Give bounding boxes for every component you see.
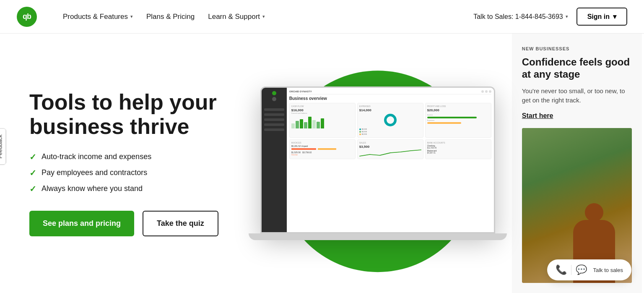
expenses-donut [384, 114, 397, 126]
nav-products-features[interactable]: Products & Features ▾ [58, 9, 138, 24]
sales-card: SALES $3,500 [357, 139, 423, 159]
nav-learn-support[interactable]: Learn & Support ▾ [203, 9, 270, 24]
expenses-legend: $6,500 $3,250 $2,250 [359, 128, 421, 135]
talk-to-sales-label: Talk to sales [593, 267, 623, 273]
laptop-base [249, 233, 507, 240]
invoices-label: INVOICES [291, 141, 353, 144]
checkmark-icon: ✓ [29, 184, 36, 194]
logo-text: qb [23, 12, 31, 21]
dashboard-sidebar [262, 88, 287, 232]
nav-links: Products & Features ▾ Plans & Pricing Le… [58, 9, 473, 24]
divider [571, 265, 571, 275]
hero-center: ORCHID DYNASTY Business overview [244, 34, 512, 293]
chat-icon: 💬 [576, 264, 587, 275]
dashboard-title: Business overview [289, 96, 491, 101]
sidebar-item [264, 123, 284, 126]
take-quiz-button[interactable]: Take the quiz [143, 211, 218, 236]
laptop-mockup: ORCHID DYNASTY Business overview [260, 86, 495, 240]
chevron-down-icon: ▾ [613, 13, 616, 21]
cashflow-label: CASH FLOW [291, 105, 353, 107]
feature-item: ✓ Auto-track income and expenses [29, 152, 218, 162]
hero-section: Tools to help your business thrive ✓ Aut… [0, 34, 644, 293]
panel-tag: NEW BUSINESSES [522, 46, 632, 51]
dashboard-cards: CASH FLOW $16,000 Current cash balance [289, 103, 491, 138]
feature-item: ✓ Always know where you stand [29, 184, 218, 194]
hero-left: Tools to help your business thrive ✓ Aut… [0, 65, 244, 261]
pl-card: PROFIT AND LOSS $20,000 Income Expenses [425, 103, 491, 138]
nav-plans-pricing[interactable]: Plans & Pricing [141, 9, 200, 24]
invoices-card: INVOICES $5,281.52 Unpaid $1,525.50 $3,7… [289, 139, 356, 159]
invoices-data: $5,281.52 Unpaid $1,525.50 $3,756.02 Ove… [291, 145, 353, 156]
sidebar-item [264, 108, 284, 111]
sidebar-icon [272, 91, 276, 95]
nav-right: Talk to Sales: 1-844-845-3693 ▾ Sign in … [473, 8, 627, 26]
expenses-card: EXPENSES $14,000 $6,500 $3,250 $2,250 [357, 103, 423, 138]
sidebar-item [264, 113, 284, 116]
dashboard-main: ORCHID DYNASTY Business overview [287, 88, 494, 232]
see-plans-button[interactable]: See plans and pricing [29, 211, 134, 236]
sidebar-icon [272, 97, 276, 101]
feature-item: ✓ Pay employees and contractors [29, 168, 218, 178]
phone-icon: 📞 [556, 264, 567, 275]
hero-title: Tools to help your business thrive [29, 90, 218, 138]
hero-features: ✓ Auto-track income and expenses ✓ Pay e… [29, 152, 218, 194]
cashflow-chart [291, 116, 353, 128]
cashflow-sub: Current cash balance [291, 112, 353, 114]
dashboard-bottom-cards: INVOICES $5,281.52 Unpaid $1,525.50 $3,7… [289, 139, 491, 159]
chevron-down-icon: ▾ [262, 14, 265, 19]
talk-to-sales-float[interactable]: 📞 💬 Talk to sales [547, 259, 631, 280]
bank-label: BANK ACCOUNTS [427, 141, 489, 144]
sales-value: $3,500 [359, 145, 421, 149]
feedback-tab[interactable]: Feedback [0, 128, 6, 165]
pl-bars: Income Expenses [427, 114, 489, 124]
logo[interactable]: qb [17, 7, 37, 27]
cashflow-card: CASH FLOW $16,000 Current cash balance [289, 103, 356, 138]
bank-card: BANK ACCOUNTS Checking $12,435.45 Master… [425, 139, 491, 159]
expenses-value: $14,000 [359, 108, 421, 112]
laptop-screen: ORCHID DYNASTY Business overview [260, 86, 495, 233]
chevron-down-icon: ▾ [566, 14, 568, 19]
talk-to-sales-nav[interactable]: Talk to Sales: 1-844-845-3693 ▾ [473, 13, 568, 21]
tts-icons: 📞 💬 [556, 264, 587, 275]
hero-buttons: See plans and pricing Take the quiz [29, 211, 218, 236]
signin-button[interactable]: Sign in ▾ [576, 8, 627, 26]
dashboard: ORCHID DYNASTY Business overview [262, 88, 494, 232]
navigation: qb Products & Features ▾ Plans & Pricing… [0, 0, 644, 34]
sidebar-item [264, 128, 284, 131]
pl-value: $20,000 [427, 108, 489, 112]
chevron-down-icon: ▾ [130, 14, 133, 19]
checkmark-icon: ✓ [29, 168, 36, 178]
cashflow-value: $16,000 [291, 108, 353, 112]
panel-start-link[interactable]: Start here [522, 112, 632, 120]
expenses-label: EXPENSES [359, 105, 421, 107]
sidebar-item [264, 118, 284, 121]
pl-label: PROFIT AND LOSS [427, 105, 489, 107]
sales-label: SALES [359, 141, 421, 144]
sales-chart [359, 149, 421, 157]
bank-data: Checking $12,435.45 Mastercard $4,987.41 [427, 145, 489, 154]
company-name: ORCHID DYNASTY [289, 90, 312, 93]
panel-desc: You're never too small, or too new, to g… [522, 86, 632, 105]
checkmark-icon: ✓ [29, 152, 36, 162]
panel-title: Confidence feels good at any stage [522, 56, 632, 81]
dashboard-topbar: ORCHID DYNASTY [289, 90, 491, 94]
hero-right-panel: NEW BUSINESSES Confidence feels good at … [512, 34, 642, 293]
